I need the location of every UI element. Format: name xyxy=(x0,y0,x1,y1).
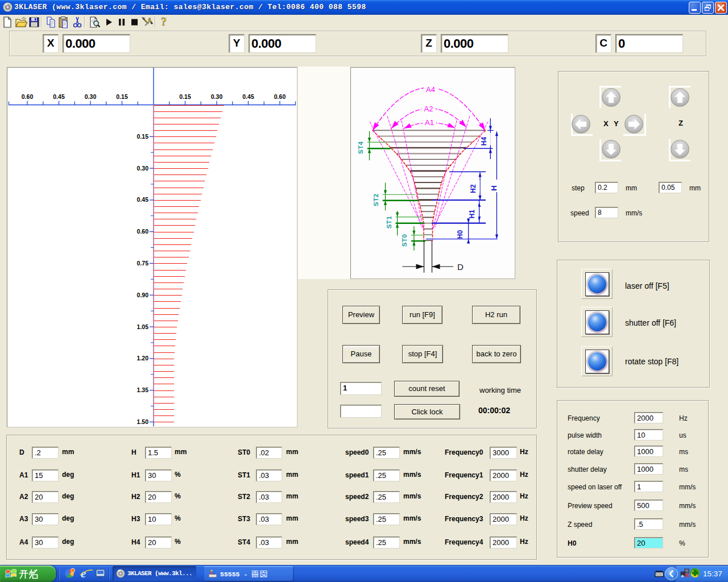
svg-text:1.20: 1.20 xyxy=(137,355,149,361)
svg-text:H2: H2 xyxy=(469,184,477,193)
svg-text:1.05: 1.05 xyxy=(137,323,149,330)
svg-text:0.30: 0.30 xyxy=(211,93,223,100)
svg-text:H0: H0 xyxy=(456,230,464,239)
svg-text:A2: A2 xyxy=(424,105,433,113)
svg-text:H: H xyxy=(490,185,498,190)
svg-text:0.15: 0.15 xyxy=(179,93,191,100)
svg-text:A1: A1 xyxy=(425,118,434,127)
svg-text:A4: A4 xyxy=(426,85,435,94)
svg-text:0.15: 0.15 xyxy=(116,93,128,100)
svg-text:0.60: 0.60 xyxy=(22,93,34,100)
svg-text:1.50: 1.50 xyxy=(137,418,149,425)
svg-text:0.45: 0.45 xyxy=(242,93,254,100)
svg-text:ST2: ST2 xyxy=(373,193,379,206)
svg-text:0.30: 0.30 xyxy=(85,93,97,100)
svg-text:0.75: 0.75 xyxy=(137,260,149,267)
svg-text:H1: H1 xyxy=(468,210,476,219)
svg-text:H4: H4 xyxy=(480,137,488,146)
svg-text:ST1: ST1 xyxy=(386,216,392,229)
svg-text:0.60: 0.60 xyxy=(137,228,149,235)
svg-text:0.45: 0.45 xyxy=(137,196,149,203)
svg-text:0.30: 0.30 xyxy=(137,165,149,172)
svg-text:1.35: 1.35 xyxy=(137,386,149,393)
svg-text:?: ? xyxy=(161,16,167,28)
svg-text:ST4: ST4 xyxy=(358,141,365,154)
svg-text:0.15: 0.15 xyxy=(137,133,149,140)
svg-text:0.90: 0.90 xyxy=(137,292,149,298)
svg-text:D: D xyxy=(457,262,464,272)
svg-text:ST0: ST0 xyxy=(402,234,408,247)
svg-text:0.45: 0.45 xyxy=(53,93,65,100)
svg-text:0.60: 0.60 xyxy=(274,93,286,100)
